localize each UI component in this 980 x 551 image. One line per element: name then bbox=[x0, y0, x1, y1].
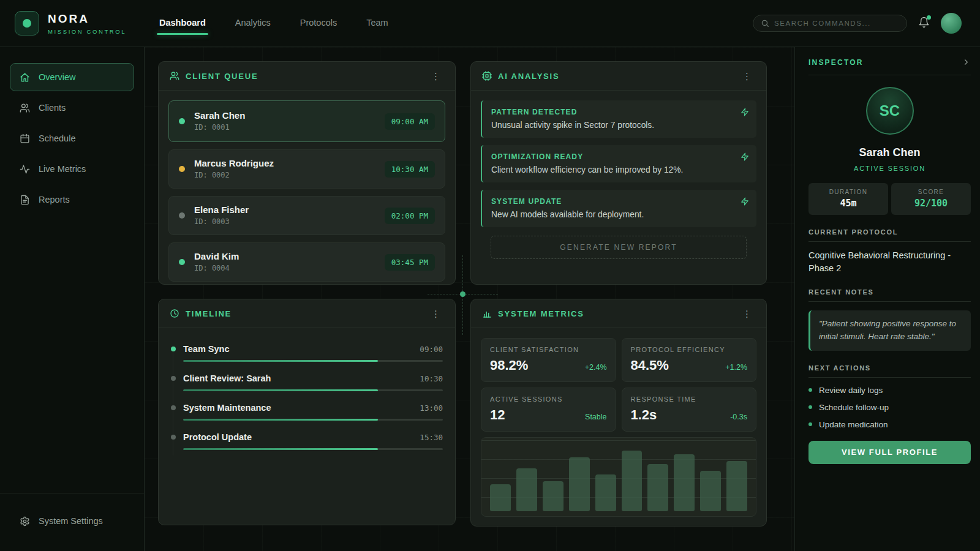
event-dot bbox=[171, 347, 176, 351]
card-title: SYSTEM METRICS bbox=[498, 309, 584, 318]
status-dot bbox=[179, 259, 185, 265]
search-input[interactable] bbox=[774, 20, 899, 27]
ai-insight-list: PATTERN DETECTED Unusual activity spike … bbox=[471, 91, 766, 269]
metric-tile: RESPONSE TIME 1.2s-0.3s bbox=[622, 388, 757, 432]
chart-bar bbox=[647, 464, 668, 511]
tab-team[interactable]: Team bbox=[366, 18, 388, 35]
topbar: NORA MISSION CONTROL Dashboard Analytics… bbox=[0, 0, 980, 47]
action-item: Schedule follow-up bbox=[809, 403, 971, 412]
stat-score: SCORE 92/100 bbox=[891, 183, 971, 215]
timeline-event: Team Sync09:00 bbox=[171, 344, 443, 362]
queue-item[interactable]: David KimID: 0004 03:45 PM bbox=[168, 242, 445, 282]
collapse-panel-button[interactable] bbox=[962, 58, 971, 67]
home-icon bbox=[20, 72, 30, 83]
inspector-header: INSPECTOR bbox=[809, 47, 971, 75]
calendar-icon bbox=[20, 133, 30, 144]
status-dot bbox=[179, 166, 185, 172]
timeline-card: TIMELINE ⋮ Team Sync09:00 Client Review:… bbox=[158, 299, 456, 525]
chart-bar bbox=[700, 471, 721, 511]
bullet-dot bbox=[809, 388, 812, 392]
clock-icon bbox=[170, 309, 179, 318]
topbar-actions bbox=[753, 13, 980, 34]
recent-notes-header: RECENT NOTES bbox=[809, 288, 971, 302]
tab-dashboard[interactable]: Dashboard bbox=[159, 18, 206, 35]
appointment-time-badge: 09:00 AM bbox=[385, 113, 435, 130]
connector-node bbox=[460, 291, 466, 297]
client-profile: SC Sarah Chen ACTIVE SESSION bbox=[809, 87, 971, 172]
event-dot bbox=[171, 376, 176, 381]
chart-bar bbox=[674, 454, 695, 512]
system-metrics-header: SYSTEM METRICS ⋮ bbox=[471, 299, 766, 328]
event-progress bbox=[183, 419, 443, 421]
timeline-event: Protocol Update15:30 bbox=[171, 432, 443, 450]
card-title: AI ANALYSIS bbox=[498, 72, 559, 81]
top-nav: Dashboard Analytics Protocols Team bbox=[159, 18, 388, 35]
event-progress bbox=[183, 360, 443, 362]
ai-analysis-card: AI ANALYSIS ⋮ PATTERN DETECTED Unusual a… bbox=[470, 61, 767, 285]
zap-icon[interactable] bbox=[741, 197, 749, 206]
main-content: CLIENT QUEUE ⋮ Sarah ChenID: 0001 09:00 … bbox=[145, 47, 794, 551]
brand-tagline: MISSION CONTROL bbox=[48, 28, 126, 35]
notification-dot bbox=[927, 15, 931, 20]
user-avatar[interactable] bbox=[941, 13, 962, 34]
session-status-badge: ACTIVE SESSION bbox=[809, 165, 971, 172]
queue-item[interactable]: Marcus RodriguezID: 0002 10:30 AM bbox=[168, 149, 445, 189]
sidebar-item-clients[interactable]: Clients bbox=[10, 94, 134, 122]
sidebar-item-live-metrics[interactable]: Live Metrics bbox=[10, 155, 134, 183]
queue-item[interactable]: Elena FisherID: 0003 02:00 PM bbox=[168, 196, 445, 235]
sidebar-item-reports[interactable]: Reports bbox=[10, 186, 134, 214]
chart-bar bbox=[595, 474, 616, 512]
event-dot bbox=[171, 405, 176, 410]
generate-report-button[interactable]: GENERATE NEW REPORT bbox=[491, 236, 747, 259]
cpu-icon bbox=[482, 71, 492, 81]
metric-tile: ACTIVE SESSIONS 12Stable bbox=[481, 388, 616, 432]
status-dot bbox=[179, 118, 185, 124]
chart-bar bbox=[726, 461, 747, 512]
action-item: Update medication bbox=[809, 420, 971, 429]
card-menu-button[interactable]: ⋮ bbox=[428, 307, 444, 321]
card-title: TIMELINE bbox=[186, 309, 232, 318]
notifications-button[interactable] bbox=[918, 17, 930, 31]
activity-icon bbox=[20, 164, 30, 174]
next-actions-header: NEXT ACTIONS bbox=[809, 364, 971, 378]
zap-icon[interactable] bbox=[741, 108, 749, 116]
client-queue-card: CLIENT QUEUE ⋮ Sarah ChenID: 0001 09:00 … bbox=[158, 61, 456, 285]
chart-bar bbox=[543, 481, 564, 512]
file-text-icon bbox=[20, 195, 30, 205]
bullet-dot bbox=[809, 422, 812, 426]
zap-icon[interactable] bbox=[741, 152, 749, 161]
brand-name: NORA bbox=[48, 12, 126, 26]
metric-tile: PROTOCOL EFFICIENCY 84.5%+1.2% bbox=[622, 338, 757, 382]
brand: NORA MISSION CONTROL bbox=[0, 11, 145, 36]
card-menu-button[interactable]: ⋮ bbox=[428, 69, 444, 83]
stat-duration: DURATION 45m bbox=[809, 183, 888, 215]
tab-protocols[interactable]: Protocols bbox=[300, 18, 337, 35]
sidebar: Overview Clients Schedule Live Metrics R… bbox=[0, 47, 145, 551]
view-full-profile-button[interactable]: VIEW FULL PROFILE bbox=[809, 441, 971, 464]
bar-chart-icon bbox=[482, 309, 492, 318]
queue-item[interactable]: Sarah ChenID: 0001 09:00 AM bbox=[168, 100, 445, 142]
timeline-header: TIMELINE ⋮ bbox=[159, 299, 455, 328]
chevron-right-icon bbox=[962, 58, 971, 67]
sidebar-item-system-settings[interactable]: System Settings bbox=[10, 507, 134, 535]
sidebar-item-overview[interactable]: Overview bbox=[10, 63, 134, 91]
system-metrics-body: CLIENT SATISFACTION 98.2%+2.4% PROTOCOL … bbox=[471, 328, 766, 527]
appointment-time-badge: 10:30 AM bbox=[385, 161, 435, 178]
tab-analytics[interactable]: Analytics bbox=[235, 18, 271, 35]
client-name: Sarah Chen bbox=[809, 146, 971, 159]
activity-bar-chart bbox=[481, 437, 756, 517]
metric-tile: CLIENT SATISFACTION 98.2%+2.4% bbox=[481, 338, 616, 382]
action-item: Review daily logs bbox=[809, 386, 971, 395]
event-progress bbox=[183, 448, 443, 450]
chart-bar bbox=[516, 468, 537, 511]
chart-bar bbox=[622, 451, 643, 511]
appointment-time-badge: 02:00 PM bbox=[385, 208, 435, 224]
card-menu-button[interactable]: ⋮ bbox=[739, 307, 755, 321]
users-icon bbox=[20, 103, 30, 113]
card-menu-button[interactable]: ⋮ bbox=[739, 69, 755, 83]
sidebar-item-schedule[interactable]: Schedule bbox=[10, 124, 134, 152]
app-root: NORA MISSION CONTROL Dashboard Analytics… bbox=[0, 0, 980, 551]
next-actions-list: Review daily logs Schedule follow-up Upd… bbox=[809, 386, 971, 429]
card-title: CLIENT QUEUE bbox=[186, 72, 258, 81]
note-quote: "Patient showing positive response to in… bbox=[809, 310, 971, 351]
